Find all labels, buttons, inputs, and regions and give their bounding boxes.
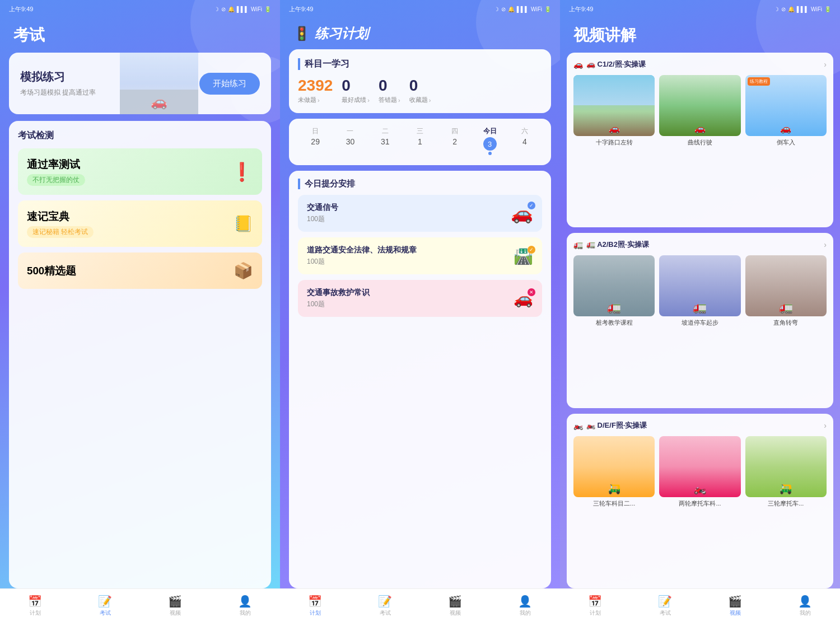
video-item-a2b2-1[interactable]: 🚛 坡道停车起步 bbox=[659, 255, 740, 327]
exam-bottom-nav: 📅 计划 📝 考试 🎬 视频 👤 我的 bbox=[0, 588, 280, 622]
status-bar-plan: 上午9:49 ☽ ⊘ 🔔 ▌▌▌ WiFi 🔋 bbox=[280, 0, 560, 16]
video-label-def-2: 三轮摩托车... bbox=[745, 499, 827, 508]
nav-my-plan[interactable]: 👤 我的 bbox=[490, 595, 560, 617]
video-page-title: 视频讲解 bbox=[560, 16, 840, 53]
video-label-c12-0: 十字路口左转 bbox=[573, 138, 655, 147]
stat-todo[interactable]: 2392 未做题 › bbox=[298, 77, 333, 104]
stat-wrong-label: 答错题 › bbox=[379, 96, 400, 104]
video-item-a2b2-0[interactable]: 🚛 桩考教学课程 bbox=[573, 255, 655, 327]
cal-today-dot bbox=[488, 152, 492, 155]
exam-item-speedmemo[interactable]: 速记宝典 速记秘籍 轻松考试 📒 bbox=[18, 200, 262, 247]
plan-nav-label-v: 计划 bbox=[590, 609, 601, 617]
nav-plan-exam[interactable]: 📅 计划 bbox=[0, 595, 70, 617]
video-nav-icon-e: 🎬 bbox=[168, 595, 182, 608]
exam-item-title-1: 速记宝典 bbox=[27, 209, 94, 224]
stat-fav[interactable]: 0 收藏题 › bbox=[409, 77, 431, 104]
cal-label-1: 一 bbox=[347, 127, 353, 136]
video-list-a2b2: 🚛 桩考教学课程 🚛 坡道停车起步 bbox=[573, 255, 827, 327]
start-practice-button[interactable]: 开始练习 bbox=[199, 73, 260, 95]
cal-day-today[interactable]: 今日 3 bbox=[472, 127, 507, 155]
banner-illustration: 🚗 bbox=[120, 53, 198, 114]
video-list-c12: 🚗 十字路口左转 🚗 曲线行驶 bbox=[573, 75, 827, 147]
status-time: 上午9:49 bbox=[9, 5, 33, 13]
nav-plan-video[interactable]: 📅 计划 bbox=[560, 595, 630, 617]
plan-page-header: 🚦 练习计划 bbox=[280, 16, 560, 49]
nav-my-video[interactable]: 👤 我的 bbox=[770, 595, 840, 617]
cal-num-3: 1 bbox=[418, 137, 422, 146]
video-thumb-a2b2-2: 🚛 bbox=[745, 255, 827, 316]
cal-day-0[interactable]: 日 29 bbox=[298, 127, 333, 155]
task-item-2[interactable]: 交通事故救护常识 100题 🚗 ✕ bbox=[298, 280, 542, 317]
exam-panel: 上午9:49 ☽ ⊘ 🔔 ▌▌▌ WiFi 🔋 考试 模拟练习 考场习题模拟 提… bbox=[0, 0, 280, 622]
video-nav-label-e: 视频 bbox=[170, 609, 181, 617]
task-name-0: 交通信号 bbox=[307, 203, 338, 213]
practice-title: 模拟练习 bbox=[20, 69, 96, 85]
exam-section-card: 考试检测 通过率测试 不打无把握的仗 ❗ 速记宝典 速记秘籍 轻松考试 bbox=[9, 121, 271, 588]
plan-nav-icon-p: 📅 bbox=[308, 595, 322, 608]
video-item-a2b2-2[interactable]: 🚛 直角转弯 bbox=[745, 255, 827, 327]
task-count-1: 100题 bbox=[307, 257, 417, 266]
task-item-1[interactable]: 道路交通安全法律、法规和规章 100题 🛣️ ✓ bbox=[298, 237, 542, 274]
video-thumb-c12-0: 🚗 bbox=[573, 75, 655, 136]
cal-day-2[interactable]: 二 31 bbox=[368, 127, 403, 155]
nav-video-plan[interactable]: 🎬 视频 bbox=[420, 595, 490, 617]
stat-todo-label: 未做题 › bbox=[298, 96, 320, 104]
subject-card-title: 科目一学习 bbox=[298, 58, 542, 70]
task-icon-0: 🚗 ✓ bbox=[511, 203, 533, 224]
cal-num-2: 31 bbox=[381, 137, 390, 146]
video-item-c12-2[interactable]: 练习教程 🚗 倒车入 bbox=[745, 75, 827, 147]
stat-wrong[interactable]: 0 答错题 › bbox=[379, 77, 400, 104]
cal-day-1[interactable]: 一 30 bbox=[333, 127, 367, 155]
video-label-a2b2-0: 桩考教学课程 bbox=[573, 319, 655, 327]
task-icon-2: 🚗 ✕ bbox=[514, 289, 533, 308]
video-panel: 上午9:49 ☽ ⊘ 🔔 ▌▌▌ WiFi 🔋 视频讲解 🚗 🚗 C1/2/照·… bbox=[560, 0, 840, 622]
exam-item-500[interactable]: 500精选题 📦 bbox=[18, 252, 262, 289]
plan-bottom-nav: 📅 计划 📝 考试 🎬 视频 👤 我的 bbox=[280, 588, 560, 622]
video-item-def-2[interactable]: 🛺 三轮摩托车... bbox=[745, 436, 827, 508]
video-section-title-a2b2: 🚛 🚛 A2/B2照·实操课 bbox=[573, 240, 649, 250]
my-nav-label-p: 我的 bbox=[520, 609, 531, 617]
video-section-arrow-a2b2[interactable]: › bbox=[824, 240, 827, 249]
plan-content: 科目一学习 2392 未做题 › 0 最好成绩 › bbox=[280, 49, 560, 588]
my-nav-icon-v: 👤 bbox=[798, 595, 812, 608]
cal-day-6[interactable]: 六 4 bbox=[507, 127, 542, 155]
exam-items: 通过率测试 不打无把握的仗 ❗ 速记宝典 速记秘籍 轻松考试 📒 bbox=[18, 148, 262, 289]
exam-item-icon-2: 📦 bbox=[234, 261, 253, 280]
video-item-c12-1[interactable]: 🚗 曲线行驶 bbox=[659, 75, 740, 147]
nav-plan-plan[interactable]: 📅 计划 bbox=[280, 595, 350, 617]
tasks-title: 今日提分安排 bbox=[298, 179, 542, 189]
video-section-arrow-c12[interactable]: › bbox=[824, 60, 827, 69]
exam-nav-icon-v: 📝 bbox=[658, 595, 672, 608]
calendar-card: 日 29 一 30 二 31 三 1 bbox=[289, 119, 551, 165]
exam-item-sub-0: 不打无把握的仗 bbox=[27, 174, 85, 186]
nav-video-exam[interactable]: 🎬 视频 bbox=[140, 595, 210, 617]
exam-item-passrate[interactable]: 通过率测试 不打无把握的仗 ❗ bbox=[18, 148, 262, 195]
video-item-c12-0[interactable]: 🚗 十字路口左转 bbox=[573, 75, 655, 147]
video-thumb-a2b2-1: 🚛 bbox=[659, 255, 740, 316]
cal-day-3[interactable]: 三 1 bbox=[403, 127, 437, 155]
video-thumb-c12-1: 🚗 bbox=[659, 75, 740, 136]
video-list-def: 🛺 三轮车科目二... 🏍️ 两轮摩托车科... bbox=[573, 436, 827, 508]
status-icons-video: ☽ ⊘ 🔔 ▌▌▌ WiFi 🔋 bbox=[774, 6, 831, 12]
nav-exam-exam[interactable]: 📝 考试 bbox=[70, 595, 140, 617]
nav-exam-plan[interactable]: 📝 考试 bbox=[350, 595, 420, 617]
stat-wrong-num: 0 bbox=[379, 77, 388, 95]
cal-day-4[interactable]: 四 2 bbox=[437, 127, 472, 155]
nav-video-video[interactable]: 🎬 视频 bbox=[700, 595, 770, 617]
plan-stats: 2392 未做题 › 0 最好成绩 › 0 bbox=[298, 77, 542, 104]
cal-label-6: 六 bbox=[521, 127, 528, 136]
stat-best[interactable]: 0 最好成绩 › bbox=[342, 77, 370, 104]
video-section-arrow-def[interactable]: › bbox=[824, 421, 827, 430]
task-item-0[interactable]: 交通信号 100题 🚗 ✓ bbox=[298, 195, 542, 232]
video-item-def-0[interactable]: 🛺 三轮车科目二... bbox=[573, 436, 655, 508]
video-item-def-1[interactable]: 🏍️ 两轮摩托车科... bbox=[659, 436, 740, 508]
video-section-def: 🏍️ 🏍️ D/E/F照·实操课 › 🛺 三轮车科目二... bbox=[567, 414, 833, 588]
nav-my-exam[interactable]: 👤 我的 bbox=[210, 595, 280, 617]
video-thumb-a2b2-0: 🚛 bbox=[573, 255, 655, 316]
exam-nav-label-p: 考试 bbox=[380, 609, 391, 617]
plan-panel: 上午9:49 ☽ ⊘ 🔔 ▌▌▌ WiFi 🔋 🚦 练习计划 科目一学习 239… bbox=[280, 0, 560, 622]
video-label-c12-2: 倒车入 bbox=[745, 138, 827, 147]
video-content: 🚗 🚗 C1/2/照·实操课 › 🚗 十字路口左转 bbox=[560, 53, 840, 588]
video-thumb-c12-2: 练习教程 🚗 bbox=[745, 75, 827, 136]
nav-exam-video[interactable]: 📝 考试 bbox=[630, 595, 700, 617]
